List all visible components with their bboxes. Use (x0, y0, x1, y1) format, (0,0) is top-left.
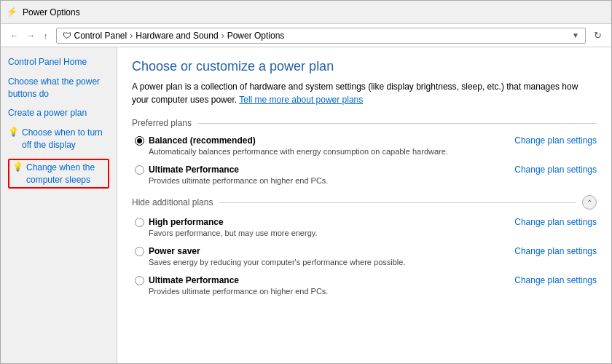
plan-desc-high-performance: Favors performance, but may use more ene… (149, 229, 597, 237)
content-area: Control Panel Home Choose what the power… (1, 47, 611, 363)
sidebar-item-turn-off-display[interactable]: Choose when to turn off the display (22, 127, 109, 151)
plan-desc-ultimate2: Provides ultimate performance on higher … (149, 287, 597, 296)
breadcrumb-dropdown[interactable]: ▼ (572, 31, 579, 39)
section-divider (219, 202, 576, 203)
plan-name-row-high-performance: High performance (135, 217, 224, 227)
breadcrumb-power-options[interactable]: Power Options (227, 31, 285, 41)
sidebar-item-change-sleep-wrapper: 💡 Change when the computer sleeps (8, 159, 109, 189)
breadcrumb: 🛡 Control Panel › Hardware and Sound › P… (56, 28, 586, 44)
sidebar-item-change-sleep[interactable]: Change when the computer sleeps (26, 162, 105, 186)
plan-name-row-ultimate: Ultimate Performance (135, 165, 239, 175)
plan-name-ultimate: Ultimate Performance (149, 165, 239, 175)
plan-desc-ultimate: Provides ultimate performance on higher … (149, 176, 597, 185)
breadcrumb-hardware-sound[interactable]: Hardware and Sound (136, 31, 218, 41)
up-button[interactable]: ↑ (40, 29, 52, 42)
display-icon: 💡 (8, 127, 19, 137)
radio-ultimate[interactable] (135, 165, 144, 175)
plan-item-high-performance: High performance Change plan settings Fa… (132, 217, 597, 237)
sidebar-item-create-power-plan[interactable]: Create a power plan (8, 107, 109, 119)
plan-desc-power-saver: Saves energy by reducing your computer's… (149, 258, 597, 266)
plan-desc-balanced: Automatically balances performance with … (149, 147, 597, 156)
change-settings-balanced[interactable]: Change plan settings (514, 135, 597, 146)
plan-item-power-saver: Power saver Change plan settings Saves e… (132, 246, 597, 266)
main-content: Choose or customize a power plan A power… (117, 47, 611, 363)
plan-item-ultimate: Ultimate Performance Change plan setting… (132, 165, 597, 185)
breadcrumb-icon: 🛡 (63, 31, 71, 41)
page-description: A power plan is a collection of hardware… (132, 80, 597, 106)
radio-balanced[interactable] (135, 136, 144, 146)
refresh-button[interactable]: ↻ (590, 28, 605, 43)
plan-header-power-saver: Power saver Change plan settings (135, 246, 597, 256)
page-title: Choose or customize a power plan (132, 59, 597, 74)
plan-header-ultimate2: Ultimate Performance Change plan setting… (135, 275, 597, 285)
title-bar: ⚡ Power Options (1, 1, 611, 24)
sidebar-item-power-buttons[interactable]: Choose what the power buttons do (8, 76, 109, 100)
change-settings-power-saver[interactable]: Change plan settings (514, 246, 597, 256)
plan-name-row-ultimate2: Ultimate Performance (135, 275, 239, 285)
radio-power-saver[interactable] (135, 247, 144, 256)
forward-button[interactable]: → (23, 29, 39, 42)
hide-additional-plans-row: Hide additional plans ⌃ (132, 195, 597, 210)
sleep-icon: 💡 (12, 162, 23, 172)
radio-inner-balanced (137, 138, 142, 143)
preferred-plans-section-label: Preferred plans (132, 118, 597, 128)
plan-name-high-performance: High performance (149, 217, 224, 227)
plan-header-high-performance: High performance Change plan settings (135, 217, 597, 227)
plan-name-ultimate2: Ultimate Performance (149, 275, 239, 285)
plan-header-ultimate: Ultimate Performance Change plan setting… (135, 165, 597, 175)
address-bar: ← → ↑ 🛡 Control Panel › Hardware and Sou… (1, 24, 611, 47)
nav-buttons: ← → ↑ (7, 29, 52, 42)
radio-high-performance[interactable] (135, 218, 144, 227)
plan-name-balanced: Balanced (recommended) (149, 135, 256, 146)
hide-additional-plans-label: Hide additional plans (132, 197, 213, 207)
plan-name-row-balanced: Balanced (recommended) (135, 135, 256, 146)
sidebar-item-turn-off-display-wrapper: 💡 Choose when to turn off the display (8, 127, 109, 151)
plan-item-balanced: Balanced (recommended) Change plan setti… (132, 135, 597, 156)
plan-item-ultimate2: Ultimate Performance Change plan setting… (132, 275, 597, 296)
plan-name-row-power-saver: Power saver (135, 246, 200, 256)
window-title: Power Options (23, 7, 80, 17)
back-button[interactable]: ← (7, 29, 22, 42)
plan-name-power-saver: Power saver (149, 246, 200, 256)
power-options-window: ⚡ Power Options ← → ↑ 🛡 Control Panel › … (0, 0, 612, 364)
learn-more-link[interactable]: Tell me more about power plans (239, 95, 363, 105)
sidebar-item-control-panel-home[interactable]: Control Panel Home (8, 56, 109, 68)
radio-ultimate2[interactable] (135, 276, 144, 285)
collapse-button[interactable]: ⌃ (582, 195, 597, 210)
window-icon: ⚡ (7, 7, 18, 18)
change-settings-ultimate[interactable]: Change plan settings (514, 165, 597, 175)
change-settings-ultimate2[interactable]: Change plan settings (514, 275, 597, 285)
plan-header-balanced: Balanced (recommended) Change plan setti… (135, 135, 597, 146)
sidebar: Control Panel Home Choose what the power… (1, 47, 117, 363)
breadcrumb-control-panel[interactable]: Control Panel (74, 31, 128, 41)
change-settings-high-performance[interactable]: Change plan settings (514, 217, 597, 227)
